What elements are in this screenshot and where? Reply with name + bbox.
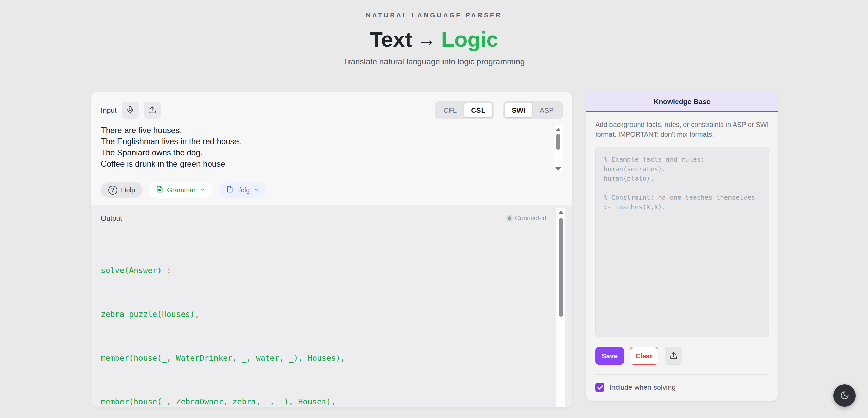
scroll-down-arrow-icon[interactable] <box>555 167 561 171</box>
page: NATURAL LANGUAGE PARSER Text→Logic Trans… <box>0 0 868 418</box>
help-button[interactable]: ? Help <box>101 182 143 198</box>
save-button[interactable]: Save <box>595 347 624 365</box>
theme-toggle-button[interactable] <box>833 384 856 407</box>
chevron-down-icon <box>253 186 259 194</box>
scroll-thumb[interactable] <box>556 134 560 150</box>
app-kicker: NATURAL LANGUAGE PARSER <box>0 12 868 19</box>
input-textarea[interactable]: There are five houses. The Englishman li… <box>101 125 563 172</box>
status-text: Connected <box>515 214 546 222</box>
mode-toggles: CFL CSL SWI ASP <box>435 101 563 119</box>
title-accent: Logic <box>441 27 498 51</box>
input-label: Input <box>101 106 117 114</box>
translator-card: Input <box>91 92 572 408</box>
scroll-up-arrow-icon[interactable] <box>555 128 561 131</box>
input-header: Input <box>91 92 572 119</box>
knowledge-base-title: Knowledge Base <box>586 92 778 112</box>
clear-button[interactable]: Clear <box>630 347 658 365</box>
knowledge-base-actions: Save Clear <box>595 347 769 365</box>
moon-icon <box>840 391 849 401</box>
output-label: Output <box>101 214 122 222</box>
input-area: There are five houses. The Englishman li… <box>101 125 563 176</box>
arrow-icon: → <box>417 29 436 50</box>
toggle-option-cfl[interactable]: CFL <box>436 103 464 117</box>
toggle-option-csl[interactable]: CSL <box>464 103 492 117</box>
upload-icon <box>669 352 678 361</box>
page-title: Text→Logic <box>0 27 868 52</box>
title-text: Text <box>370 27 412 51</box>
output-scrollbar[interactable] <box>556 208 565 408</box>
code-line: solve(Answer) :- <box>101 263 563 278</box>
grammar-doc-icon <box>156 186 163 194</box>
code-line: zebra_puzzle(Houses), <box>101 307 563 322</box>
grammar-button[interactable]: Grammar <box>149 182 212 198</box>
connected-dot <box>508 216 511 220</box>
scroll-thumb[interactable] <box>559 218 563 317</box>
toggle-option-swi[interactable]: SWI <box>505 103 532 117</box>
upload-icon <box>148 106 156 115</box>
code-line: member(house(_, WaterDrinker, _, water, … <box>101 351 563 365</box>
output-code: solve(Answer) :- zebra_puzzle(Houses), m… <box>101 234 563 408</box>
page-header: NATURAL LANGUAGE PARSER Text→Logic Trans… <box>0 0 868 66</box>
include-label: Include when solving <box>609 383 676 392</box>
help-label: Help <box>121 186 135 194</box>
grammar-label: Grammar <box>167 186 195 194</box>
upload-input-button[interactable] <box>144 102 161 119</box>
mic-button[interactable] <box>122 102 139 119</box>
include-when-solving-row[interactable]: Include when solving <box>595 383 769 392</box>
output-area: Output Connected solve(Answer) :- zebra_… <box>91 205 572 408</box>
knowledge-base-card: Knowledge Base Add background facts, rul… <box>586 92 778 401</box>
fcfg-label: .fcfg <box>237 186 250 194</box>
page-subtitle: Translate natural language into logic pr… <box>0 57 868 66</box>
toggle-option-asp[interactable]: ASP <box>532 103 561 117</box>
helper-buttons-row: ? Help Grammar <box>91 176 572 205</box>
input-scrollbar[interactable] <box>554 125 563 173</box>
help-icon: ? <box>108 186 117 195</box>
chevron-down-icon <box>200 186 205 194</box>
file-icon <box>226 186 233 194</box>
divider <box>595 374 769 375</box>
knowledge-base-description: Add background facts, rules, or constrai… <box>595 120 769 139</box>
grammar-mode-toggle: CFL CSL <box>435 101 494 119</box>
include-checkbox[interactable] <box>595 383 604 392</box>
engine-toggle: SWI ASP <box>503 101 563 119</box>
connection-status: Connected <box>508 214 546 222</box>
scroll-up-arrow-icon[interactable] <box>558 211 564 214</box>
upload-kb-button[interactable] <box>665 347 682 365</box>
fcfg-button[interactable]: .fcfg <box>219 182 267 198</box>
mic-icon <box>126 106 134 115</box>
knowledge-base-textarea[interactable] <box>595 147 769 337</box>
code-line: member(house(_, ZebraOwner, zebra, _, _)… <box>101 395 563 408</box>
